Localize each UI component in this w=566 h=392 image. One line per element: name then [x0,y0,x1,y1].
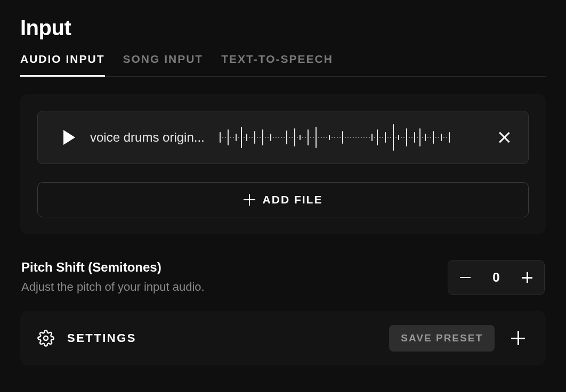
waveform-bar [350,137,351,138]
waveform-bar [305,137,306,138]
tab-audio-input[interactable]: AUDIO INPUT [20,53,105,76]
svg-point-0 [44,336,48,340]
add-file-label: ADD FILE [263,193,323,206]
waveform-bar [438,137,439,138]
waveform-bar [409,137,410,138]
waveform-bar [441,134,442,141]
waveform-bar [387,137,389,138]
waveform-bar [414,132,415,143]
waveform-bar [331,137,333,138]
waveform-bar [417,137,418,138]
waveform-bar [374,137,375,138]
waveform-bar [366,137,367,138]
waveform-bar [289,137,290,138]
waveform-bar [268,137,269,138]
waveform-bar [265,137,266,138]
waveform-bar [347,137,349,138]
pitch-value: 0 [480,270,512,285]
waveform[interactable] [220,123,472,152]
waveform-bar [238,137,239,138]
waveform-bar [321,137,322,138]
waveform-bar [257,137,258,138]
waveform-bar [435,137,436,138]
pitch-shift-text: Pitch Shift (Semitones) Adjust the pitch… [21,260,205,294]
waveform-bar [254,131,255,144]
waveform-bar [395,137,397,138]
waveform-bar [292,137,293,138]
waveform-bar [334,137,335,138]
waveform-bar [425,134,426,141]
waveform-bar [390,137,391,138]
waveform-bar [377,129,378,145]
waveform-bar [220,132,221,143]
waveform-bar [228,129,229,145]
waveform-bar [294,128,295,146]
waveform-bar [339,137,341,138]
plus-icon [244,194,255,206]
waveform-bar [236,134,237,141]
waveform-bar [324,137,325,138]
add-file-button[interactable]: ADD FILE [37,182,529,217]
waveform-bar [361,137,362,138]
waveform-bar [316,127,317,148]
waveform-bar [379,137,381,138]
waveform-bar [382,137,383,138]
waveform-bar [310,137,311,138]
waveform-bar [276,137,277,138]
waveform-bar [411,137,413,138]
waveform-bar [427,137,428,138]
waveform-bar [308,129,309,145]
audio-file-name: voice drums origin... [90,130,205,145]
gear-icon [37,330,54,347]
close-icon[interactable] [497,130,511,144]
waveform-bar [358,137,359,138]
waveform-bar [363,137,365,138]
waveform-bar [286,130,287,144]
waveform-bar [284,137,285,138]
tab-song-input[interactable]: SONG INPUT [123,53,204,76]
waveform-bar [270,134,271,141]
waveform-bar [406,128,407,146]
waveform-bar [233,137,234,138]
expand-settings-button[interactable] [507,328,529,349]
waveform-bar [225,137,226,138]
waveform-bar [297,137,298,138]
waveform-bar [422,137,423,138]
waveform-bar [337,137,338,138]
pitch-shift-description: Adjust the pitch of your input audio. [21,280,205,294]
settings-label: SETTINGS [67,331,376,345]
settings-panel: SETTINGS SAVE PRESET [20,311,546,365]
waveform-bar [419,128,421,146]
waveform-bar [353,137,354,138]
waveform-bar [230,137,231,138]
waveform-bar [246,134,247,141]
save-preset-button[interactable]: SAVE PRESET [389,325,495,352]
waveform-bar [326,137,327,138]
tab-text-to-speech[interactable]: TEXT-TO-SPEECH [221,53,333,76]
waveform-bar [385,132,386,143]
pitch-increment-button[interactable] [512,260,542,295]
waveform-bar [281,137,282,138]
waveform-bar [401,137,402,138]
plus-icon [522,272,532,283]
waveform-bar [252,137,253,138]
waveform-bar [244,137,245,138]
waveform-bar [302,137,303,138]
waveform-bar [355,137,357,138]
pitch-decrement-button[interactable] [450,260,480,295]
waveform-bar [222,137,223,138]
pitch-shift-row: Pitch Shift (Semitones) Adjust the pitch… [20,260,546,295]
waveform-bar [393,124,394,151]
waveform-bar [318,137,319,138]
audio-input-panel: voice drums origin... ADD FILE [20,94,546,234]
minus-icon [460,277,471,279]
waveform-bar [260,137,261,138]
waveform-bar [262,129,263,145]
play-icon[interactable] [63,130,75,145]
audio-file-row: voice drums origin... [37,111,529,164]
waveform-bar [449,132,450,143]
pitch-stepper: 0 [448,260,545,295]
plus-icon [511,331,525,345]
waveform-bar [371,134,373,141]
waveform-bar [398,135,399,140]
